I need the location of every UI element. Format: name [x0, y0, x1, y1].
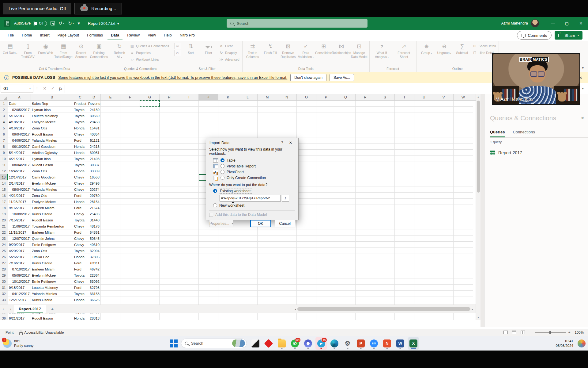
cell-revenue[interactable]: 50345	[87, 236, 101, 241]
start-button[interactable]	[169, 339, 178, 348]
weather-widget[interactable]: 1 88°FPartly sunny	[0, 339, 61, 348]
data-model-option[interactable]: Add this data to the Data Model	[209, 213, 295, 217]
scroll-left-icon[interactable]: ◂	[295, 308, 296, 311]
quick-access-customize-icon[interactable]: ▾	[77, 21, 80, 26]
row-header[interactable]: 9	[0, 150, 8, 155]
taskbar-app-icon[interactable]	[263, 337, 274, 350]
cell-sales-rep[interactable]: Kurtis Osorio	[31, 260, 73, 266]
row-header[interactable]: 28	[0, 266, 8, 272]
cell-product[interactable]: Chevy	[73, 180, 87, 186]
cell-sales-rep[interactable]: Evelynn Mckee	[31, 119, 73, 125]
ribbon-button[interactable]: Relationships	[333, 41, 350, 55]
cell-date[interactable]: 7/15/2017	[8, 217, 31, 223]
range-input[interactable]: ='Report-2017'!$H$1+'Report-2	[220, 195, 281, 201]
ribbon-tab[interactable]: Data	[107, 30, 123, 40]
cell-revenue[interactable]: 31440	[87, 217, 101, 223]
row-header[interactable]: 32	[0, 291, 8, 297]
autosave-switch[interactable]: Off	[33, 21, 47, 26]
cell-date[interactable]: 4/21/2017	[8, 156, 31, 162]
empty-cells[interactable]	[101, 266, 473, 272]
cell-sales-rep[interactable]: Yulanda Mireles	[31, 291, 73, 297]
zoom-level[interactable]: 100%	[575, 331, 584, 334]
empty-cells[interactable]	[101, 272, 473, 278]
empty-cells[interactable]	[101, 315, 473, 320]
cell-revenue[interactable]: 24189	[87, 107, 101, 113]
column-header[interactable]: Q	[336, 94, 356, 100]
cell-product[interactable]: Ford	[73, 137, 87, 143]
row-header[interactable]: 5	[0, 125, 8, 131]
ribbon-button[interactable]: Forecast Sheet	[393, 41, 415, 59]
panel-close-icon[interactable]: ✕	[581, 116, 584, 121]
taskbar-app-icon[interactable]	[381, 337, 393, 350]
ribbon-small-button[interactable]: Workbook Links	[128, 56, 171, 63]
row-header[interactable]: 27	[0, 260, 8, 266]
cell-date[interactable]: 08/04/2017	[8, 186, 31, 192]
cell-sales-rep[interactable]: Zona Otis	[31, 125, 73, 131]
minimize-button[interactable]: —	[546, 17, 560, 30]
cell-revenue[interactable]: 22364	[87, 272, 101, 278]
cell-product[interactable]: Ford	[73, 266, 87, 272]
undo-button[interactable]: ↺▾	[58, 21, 64, 26]
row-header[interactable]: 10	[0, 156, 8, 162]
ribbon-small-button[interactable]: Advanced	[217, 56, 241, 63]
cell-revenue[interactable]: 54351	[87, 229, 101, 235]
scroll-right-icon[interactable]: ▸	[472, 308, 473, 311]
column-header[interactable]: E	[101, 94, 120, 100]
row-header[interactable]: 13	[0, 174, 8, 180]
horizontal-scroll-thumb[interactable]	[297, 307, 471, 311]
taskbar-app-icon[interactable]	[368, 337, 380, 350]
cell-sales-rep[interactable]: Rudolf Eason	[31, 162, 73, 168]
ribbon-small-button[interactable]: Properties	[128, 49, 171, 56]
cell-sales-rep[interactable]: Sales Rep	[31, 101, 73, 106]
cell-sales-rep[interactable]: Ernie Pettigrew	[31, 278, 73, 284]
cell-revenue[interactable]: 37805	[87, 254, 101, 260]
user-avatar[interactable]	[531, 19, 539, 27]
cell-product[interactable]: Ford	[73, 260, 87, 266]
ribbon-tab[interactable]: Review	[124, 30, 143, 40]
column-header[interactable]: H	[160, 94, 179, 100]
ribbon-tab[interactable]: Insert	[37, 30, 53, 40]
view-option[interactable]: Table	[213, 157, 295, 163]
cell-date[interactable]: 09/04/2017	[8, 131, 31, 137]
cell-product[interactable]: Chevy	[73, 242, 87, 247]
cell-sales-rep[interactable]: Hyman Irish	[31, 156, 73, 162]
empty-cells[interactable]	[101, 291, 473, 297]
row-header[interactable]: 11	[0, 162, 8, 168]
cell-sales-rep[interactable]: Evelynn Mckee	[31, 199, 73, 205]
cell-date[interactable]: 9/18/2017	[8, 285, 31, 290]
tray-app-icon[interactable]	[578, 339, 586, 347]
cell-product[interactable]: Honda	[73, 315, 87, 320]
cell-product[interactable]: Toyota	[73, 217, 87, 223]
cell-date[interactable]: Date	[8, 101, 31, 106]
accessibility-status[interactable]: Accessibility: Unavailable	[19, 331, 64, 335]
ribbon-tab[interactable]: Formulas	[84, 30, 106, 40]
cell-revenue[interactable]: Revenue	[87, 101, 101, 106]
row-header[interactable]: 36	[0, 315, 8, 320]
cell-revenue[interactable]: 28313	[87, 315, 101, 320]
cell-product[interactable]: Toyota	[73, 248, 87, 254]
ribbon-button[interactable]: Data Validation	[297, 41, 315, 59]
search-input[interactable]: Search	[227, 19, 368, 28]
taskbar-app-icon[interactable]	[250, 337, 261, 350]
cell-product[interactable]: Ford	[73, 205, 87, 211]
new-sheet-button[interactable]: +	[46, 306, 59, 312]
empty-cells[interactable]	[101, 119, 473, 125]
ribbon-button[interactable]: Consolidate	[315, 41, 333, 55]
row-header[interactable]: 14	[0, 180, 8, 186]
dialog-title-bar[interactable]: Import Data ? ✕	[206, 138, 298, 147]
cell-revenue[interactable]: 21674	[87, 205, 101, 211]
vertical-scroll-thumb[interactable]	[477, 101, 480, 193]
zoom-in-icon[interactable]: +	[568, 331, 571, 334]
empty-cells[interactable]	[101, 254, 473, 260]
row-header[interactable]: 12	[0, 168, 8, 174]
cell-product[interactable]: Toyota	[73, 272, 87, 278]
radio-button[interactable]	[221, 158, 224, 162]
cell-date[interactable]: 12/14/2017	[8, 174, 31, 180]
cell-product[interactable]: Toyota	[73, 291, 87, 297]
cell-revenue[interactable]: 40854	[87, 131, 101, 137]
query-item[interactable]: Report-2017	[490, 148, 588, 157]
empty-cells[interactable]	[101, 113, 473, 119]
cancel-entry-icon[interactable]: ✕	[41, 86, 49, 91]
taskbar-app-icon[interactable]	[394, 337, 406, 350]
row-header[interactable]: 23	[0, 236, 8, 241]
